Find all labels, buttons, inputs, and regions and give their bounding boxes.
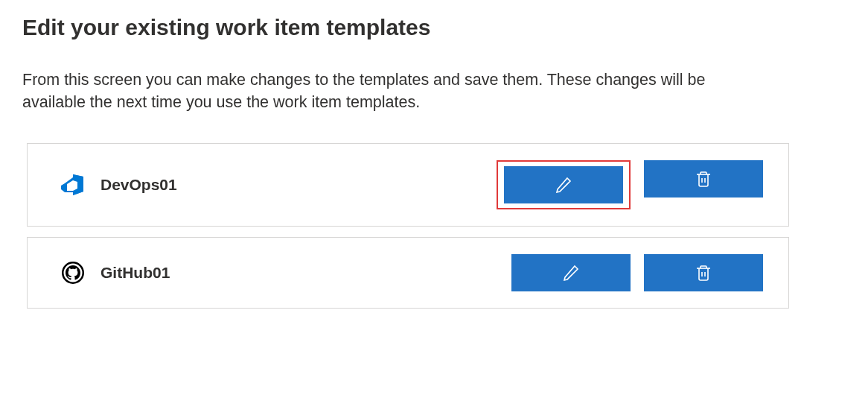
trash-icon — [695, 264, 712, 282]
page-description: From this screen you can make changes to… — [22, 69, 767, 113]
template-name: DevOps01 — [100, 176, 497, 194]
button-group — [511, 254, 763, 291]
pencil-icon — [562, 264, 580, 282]
template-name: GitHub01 — [100, 264, 511, 282]
button-group — [497, 160, 763, 209]
template-row: GitHub01 — [27, 237, 789, 309]
delete-button[interactable] — [644, 254, 763, 291]
edit-highlight — [497, 160, 631, 209]
edit-button[interactable] — [504, 166, 623, 203]
pencil-icon — [555, 176, 572, 194]
azure-devops-icon — [60, 172, 86, 197]
template-row: DevOps01 — [27, 143, 789, 227]
delete-button[interactable] — [644, 160, 763, 197]
template-list: DevOps01 — [22, 143, 789, 309]
trash-icon — [695, 170, 712, 188]
github-icon — [60, 260, 86, 285]
page-title: Edit your existing work item templates — [22, 15, 846, 40]
edit-button[interactable] — [511, 254, 631, 291]
